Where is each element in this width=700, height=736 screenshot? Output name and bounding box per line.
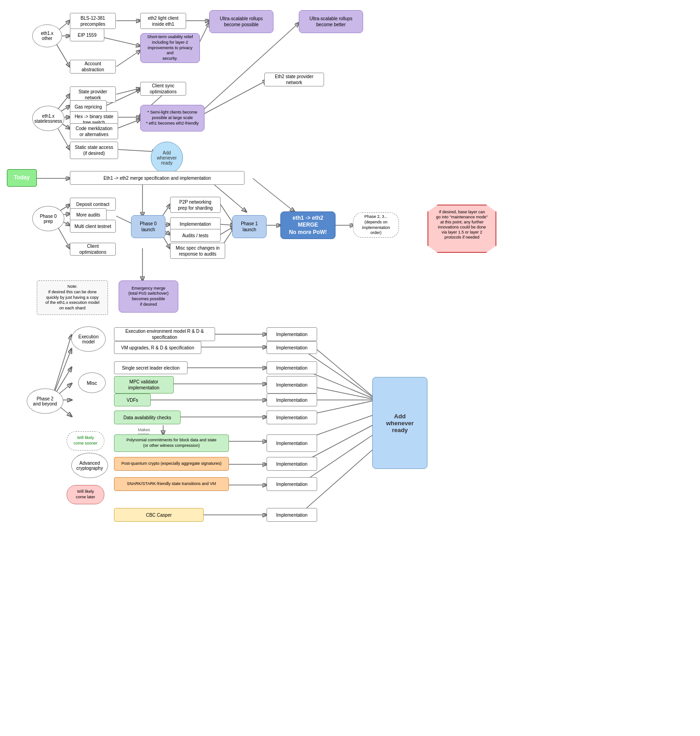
mpc-validator-node: MPC validator implementation: [114, 376, 174, 394]
advanced-crypto-node: Advanced cryptography: [71, 453, 108, 478]
account-abstraction-label: Account abstraction: [82, 61, 104, 73]
short-term-usability-label: Short-term usability relief including fo…: [144, 34, 196, 61]
eth2-state-provider-label: Eth2 state provider network: [267, 74, 321, 86]
vm-upgrades-node: VM upgrades, R & D & specification: [114, 341, 201, 354]
p2p-networking-node: P2P networking prep for sharding: [170, 197, 221, 213]
misc-label: Misc: [87, 380, 97, 386]
svg-line-16: [116, 120, 140, 129]
implementation-node: Implementation: [170, 217, 221, 230]
data-availability-node: Data availability checks: [114, 411, 181, 424]
misc-spec-changes-label: Misc spec changes in response to audits: [176, 245, 220, 257]
misc-spec-changes-node: Misc spec changes in response to audits: [170, 243, 225, 259]
svg-line-13: [116, 88, 140, 94]
svg-line-19: [198, 80, 267, 117]
impl-mpc-label: Implementation: [276, 382, 307, 388]
client-optimizations-label: Client optimizations: [73, 243, 113, 255]
impl-polynomial-node: Implementation: [267, 434, 317, 452]
client-sync-node: Client sync optimizations: [140, 82, 186, 96]
add-whenever-1-label: Add whenever ready: [157, 150, 176, 165]
gas-repricing-label: Gas repricing: [74, 104, 102, 110]
impl-data-avail-node: Implementation: [267, 411, 317, 424]
impl-single-secret-node: Implementation: [267, 361, 317, 374]
note-box: Note: If desired this can be done quickl…: [37, 280, 108, 315]
impl-cbc-node: Implementation: [267, 508, 317, 522]
eip1559-node: EIP 1559: [70, 29, 104, 41]
eth1-eth2-merge-spec-label: Eth1 -> eth2 merge specification and imp…: [103, 175, 211, 181]
ultra-scalable-2-node: Ultra-scalable rollups become better: [299, 10, 363, 33]
will-likely-later-node: Will likely come later: [67, 485, 104, 504]
misc-node: Misc: [78, 372, 106, 393]
more-audits-label: More audits: [76, 212, 100, 218]
if-desired-base-node: If desired, base layer can go into "main…: [427, 205, 496, 253]
phase2-3-node: Phase 2, 3... (depends on implementation…: [353, 212, 399, 238]
eth2-state-provider-node: Eth2 state provider network: [264, 73, 324, 86]
emergency-merge-node: Emergency merge (total PoS switchover) b…: [119, 280, 178, 313]
phase1-launch-label: Phase 1 launch: [241, 221, 258, 233]
eth2-light-client-label: eth2 light client inside eth1: [148, 15, 179, 27]
impl-vdfs-node: Implementation: [267, 394, 317, 406]
impl-exec-env-label: Implementation: [276, 331, 307, 337]
polynomial-label: Polynomial commitments for block data an…: [126, 438, 216, 448]
impl-cbc-label: Implementation: [276, 512, 307, 518]
phase2-3-label: Phase 2, 3... (depends on implementation…: [362, 214, 390, 236]
semi-light-node: * Semi-light clients become possible at …: [140, 105, 205, 131]
execution-model-label: Execution model: [79, 334, 99, 344]
vdfs-node: VDFs: [114, 394, 151, 406]
execution-model-node: Execution model: [71, 326, 106, 352]
audits-tests-label: Audits / tests: [182, 233, 208, 239]
audits-tests-node: Audits / tests: [170, 229, 221, 242]
account-abstraction-node: Account abstraction: [70, 60, 116, 74]
code-merklization-node: Code merklization or alternatives: [70, 123, 118, 139]
svg-line-38: [253, 178, 294, 211]
post-quantum-label: Post-quantum crypto (especially aggregat…: [121, 461, 222, 467]
impl-post-quantum-label: Implementation: [276, 461, 307, 467]
vdfs-label: VDFs: [127, 397, 138, 403]
impl-mpc-node: Implementation: [267, 376, 317, 394]
if-desired-base-label: If desired, base layer can go into "main…: [436, 210, 488, 240]
mpc-validator-label: MPC validator implementation: [128, 379, 159, 391]
svg-line-18: [116, 149, 156, 152]
impl-vm-label: Implementation: [276, 345, 307, 351]
cbc-casper-label: CBC Casper: [146, 512, 171, 518]
impl-exec-env-node: Implementation: [267, 327, 317, 341]
more-audits-node: More audits: [70, 208, 107, 221]
impl-polynomial-label: Implementation: [276, 440, 307, 446]
eth1x-other-label: eth1.x other: [41, 31, 53, 41]
emergency-merge-label: Emergency merge (total PoS switchover) b…: [128, 286, 169, 308]
phase1-launch-node: Phase 1 launch: [232, 215, 267, 238]
impl-vdfs-label: Implementation: [276, 397, 307, 403]
code-merklization-label: Code merklization or alternatives: [75, 126, 112, 137]
add-whenever-1-node: Add whenever ready: [151, 142, 183, 174]
short-term-usability-node: Short-term usability relief including fo…: [140, 33, 200, 63]
eip1559-label: EIP 1559: [78, 32, 97, 38]
post-quantum-node: Post-quantum crypto (especially aggregat…: [114, 457, 229, 471]
add-whenever-large-node: Add whenever ready: [372, 377, 427, 469]
impl-post-quantum-node: Implementation: [267, 457, 317, 471]
impl-vm-node: Implementation: [267, 341, 317, 354]
snark-stark-node: SNARK/STARK-friendly state transitions a…: [114, 477, 229, 491]
ultra-scalable-1-label: Ultra-scalable rollups become possible: [220, 16, 262, 28]
exec-env-model-label: Execution environment model R & D & spec…: [117, 328, 212, 340]
ultra-scalable-1-node: Ultra-scalable rollups become possible: [209, 10, 273, 33]
client-sync-label: Client sync optimizations: [150, 83, 176, 95]
implementation-label: Implementation: [180, 221, 211, 227]
phase0-prep-label: Phase 0 prep: [40, 214, 57, 224]
eth1-eth2-merge-node: eth1 -> eth2 MERGE No more PoW!: [280, 211, 336, 239]
phase2-beyond-label: Phase 2 and beyond: [33, 396, 57, 406]
note-box-label: Note: If desired this can be done quickl…: [46, 284, 100, 311]
bls-label: BLS-12-381 precompiles: [80, 15, 105, 27]
will-likely-later-label: Will likely come later: [76, 489, 95, 500]
impl-snark-node: Implementation: [267, 477, 317, 491]
eth1x-statelessness-label: eth1.x statelessness: [34, 114, 63, 124]
snark-stark-label: SNARK/STARK-friendly state transitions a…: [127, 481, 216, 487]
today-label: Today: [14, 174, 29, 182]
eth1x-statelessness-node: eth1.x statelessness: [32, 106, 64, 131]
eth2-light-client-node: eth2 light client inside eth1: [140, 13, 186, 29]
state-provider-network-label: State provider network: [79, 89, 107, 101]
svg-line-6: [116, 51, 140, 67]
advanced-crypto-label: Advanced cryptography: [76, 461, 103, 471]
ultra-scalable-2-label: Ultra-scalable rollups become better: [309, 16, 352, 28]
will-likely-sooner-label: Will likely come sooner: [74, 435, 97, 446]
vm-upgrades-label: VM upgrades, R & D & specification: [121, 345, 194, 351]
exec-env-model-node: Execution environment model R & D & spec…: [114, 327, 215, 341]
